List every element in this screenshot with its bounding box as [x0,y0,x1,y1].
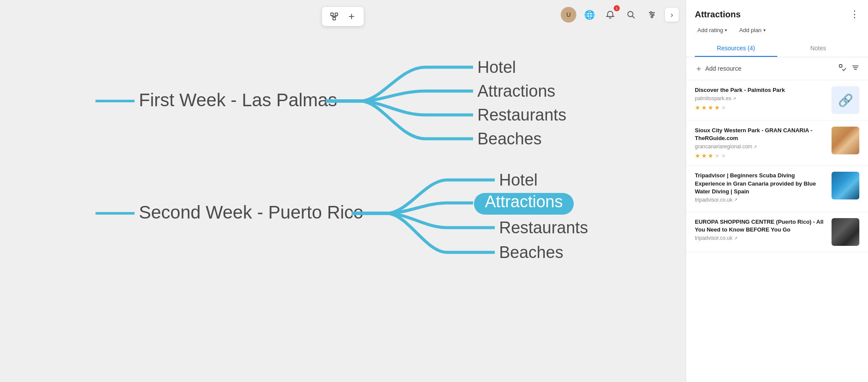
add-button[interactable] [345,10,358,23]
panel-header: Attractions ⋮ Add rating ▾ Add plan ▾ Re… [686,0,868,57]
canvas-area: U 🌐 1 › [0,0,686,382]
panel-tabs: Resources (4) Notes [695,40,859,57]
svg-point-9 [628,12,633,17]
add-resource-button[interactable]: ＋ Add resource [695,63,741,74]
svg-rect-0 [331,13,333,16]
resource-url: tripadvisor.co.uk ↗ [695,197,826,203]
search-icon[interactable] [623,7,639,23]
external-link-icon: ↗ [733,96,736,101]
right-panel: Attractions ⋮ Add rating ▾ Add plan ▾ Re… [686,0,868,382]
svg-line-10 [632,16,635,18]
resource-actions [838,64,859,74]
panel-title: Attractions [695,10,741,20]
resource-url: palmitospark.es ↗ [695,95,826,101]
star-rating: ★ ★ ★ ★ ★ [695,104,826,111]
resource-url: grancanariaregional.com ↗ [695,144,826,150]
resource-item[interactable]: Sioux City Western Park - GRAN CANARIA -… [686,121,868,166]
svg-point-15 [652,14,654,16]
svg-point-14 [650,12,652,13]
resource-item[interactable]: Discover the Park - Palmitos Park palmit… [686,80,868,121]
svg-point-16 [651,16,653,18]
resource-title: Sioux City Western Park - GRAN CANARIA -… [695,127,826,142]
week1-label: First Week - Las Palmas [139,90,337,110]
week2-label: Second Week - Puerto Rico [139,202,363,222]
svg-rect-36 [839,65,842,67]
svg-text:Attractions: Attractions [477,82,556,100]
resource-title: Tripadvisor | Beginners Scuba Diving Exp… [695,172,826,196]
filters-icon[interactable] [644,7,660,23]
resource-thumbnail [832,172,859,199]
add-plan-chevron: ▾ [763,28,766,33]
add-rating-chevron: ▾ [725,28,727,33]
check-filter-icon[interactable] [838,64,846,74]
resource-info: Tripadvisor | Beginners Scuba Diving Exp… [695,172,826,206]
resource-thumbnail [832,127,859,154]
resource-title: Discover the Park - Palmitos Park [695,86,826,94]
panel-menu-button[interactable]: ⋮ [850,9,859,20]
resource-thumbnail [832,218,859,246]
resource-item[interactable]: Tripadvisor | Beginners Scuba Diving Exp… [686,166,868,212]
toolbar [322,7,364,26]
tab-notes[interactable]: Notes [777,40,860,57]
sort-filter-icon[interactable] [852,64,859,74]
svg-text:Beaches: Beaches [499,243,563,261]
svg-text:Attractions: Attractions [485,193,563,211]
link-icon: 🔗 [838,93,853,108]
link-thumbnail: 🔗 [832,86,859,114]
svg-text:Hotel: Hotel [499,171,538,189]
globe-icon[interactable]: 🌐 [582,7,597,23]
external-link-icon: ↗ [734,197,737,202]
top-icons-bar: U 🌐 1 › [561,7,679,23]
external-link-icon: ↗ [753,144,757,149]
panel-title-row: Attractions ⋮ [695,9,859,20]
expand-panel-button[interactable]: › [665,8,679,22]
plus-icon: ＋ [695,63,703,74]
resource-item[interactable]: EUROPA SHOPPING CENTRE (Puerto Rico) - A… [686,212,868,252]
resource-info: Discover the Park - Palmitos Park palmit… [695,86,826,111]
resource-title: EUROPA SHOPPING CENTRE (Puerto Rico) - A… [695,218,826,234]
add-rating-button[interactable]: Add rating ▾ [695,25,730,35]
tab-resources[interactable]: Resources (4) [695,40,777,57]
restructure-button[interactable] [327,10,341,23]
svg-text:Hotel: Hotel [477,58,516,76]
add-resource-row: ＋ Add resource [686,57,868,80]
external-link-icon: ↗ [734,236,737,241]
resource-info: EUROPA SHOPPING CENTRE (Puerto Rico) - A… [695,218,826,244]
star-rating: ★ ★ ★ ★ ★ [695,152,826,159]
panel-actions: Add rating ▾ Add plan ▾ [695,25,859,35]
add-plan-button[interactable]: Add plan ▾ [736,25,768,35]
mindmap-svg: First Week - Las Palmas Hotel Attraction… [0,0,686,382]
svg-text:Beaches: Beaches [477,130,542,148]
avatar[interactable]: U [561,7,576,23]
svg-rect-1 [335,13,338,16]
svg-text:Restaurants: Restaurants [477,106,566,124]
panel-body: ＋ Add resource [686,57,868,382]
resource-url: tripadvisor.co.uk ↗ [695,235,826,241]
notification-icon[interactable]: 1 [602,7,618,23]
resource-info: Sioux City Western Park - GRAN CANARIA -… [695,127,826,159]
notification-badge: 1 [614,5,620,11]
svg-text:Restaurants: Restaurants [499,219,588,237]
svg-rect-2 [333,17,335,20]
